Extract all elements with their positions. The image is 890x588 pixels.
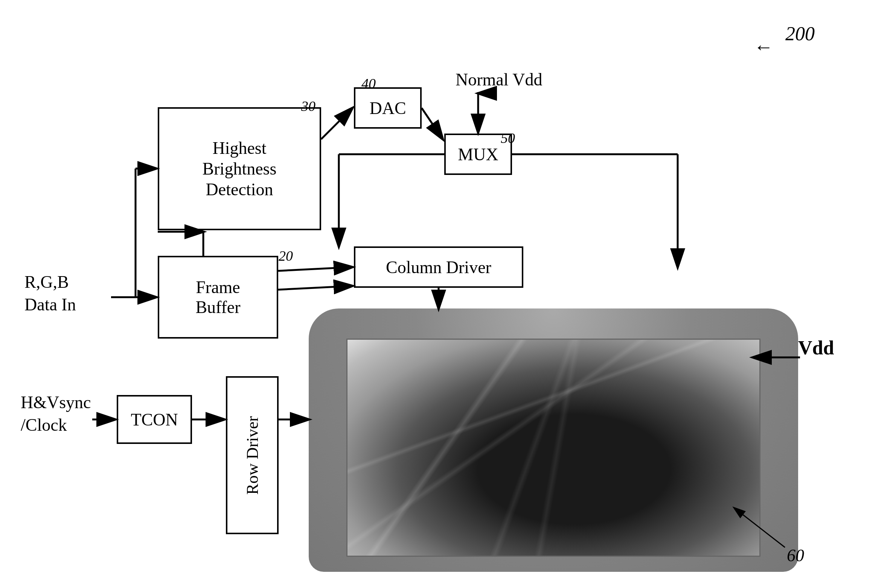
row-driver-label: Row Driver [243,416,262,495]
panel-inner [346,339,760,557]
hbd-label: HighestBrightnessDetection [203,138,277,200]
column-driver-label: Column Driver [386,257,491,277]
ref-60: 60 [787,545,804,565]
ref-200-label: 200 [785,23,815,45]
tcon-label: TCON [131,410,178,430]
display-panel [309,308,798,572]
column-driver-block: Column Driver [354,246,523,288]
rgb-data-label: R,G,BData In [24,271,76,316]
hbd-block: HighestBrightnessDetection [158,107,321,230]
ref-20: 20 [279,248,293,264]
ref-40: 40 [361,75,376,92]
ref-30: 30 [301,98,315,114]
frame-buffer-label: FrameBuffer [195,277,240,317]
svg-line-11 [422,108,443,139]
svg-line-17 [278,286,352,290]
panel-image [347,340,759,556]
ref-50: 50 [501,130,515,146]
diagram-container: ← 200 HighestBrightnessDetection 30 DAC … [0,0,890,588]
mux-label: MUX [458,144,498,164]
arrow-200-icon: ← [754,36,773,58]
svg-line-16 [278,267,352,271]
dac-label: DAC [369,98,406,118]
vdd-label: Vdd [798,337,834,359]
tcon-block: TCON [117,395,192,444]
normal-vdd-label: Normal Vdd [456,70,542,90]
row-driver-block: Row Driver [226,376,279,534]
svg-line-10 [321,108,352,139]
dac-block: DAC [354,87,422,129]
hvsync-label: H&Vsync/Clock [21,391,91,436]
frame-buffer-block: FrameBuffer [158,256,278,339]
